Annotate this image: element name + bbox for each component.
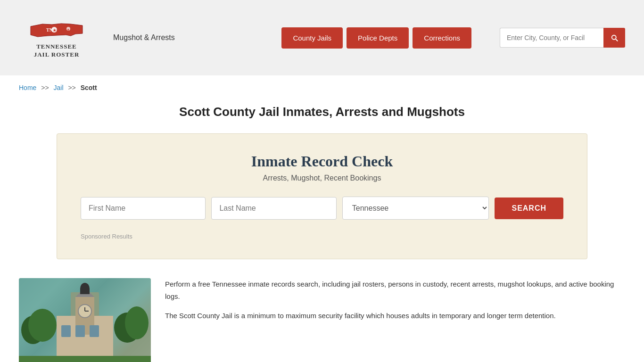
svg-point-10 [125,306,149,339]
mugshot-arrests-link[interactable]: Mugshot & Arrests [113,33,175,42]
logo-text: TENNESSEE JAIL ROSTER [34,43,80,59]
breadcrumb-jail[interactable]: Jail [54,84,64,91]
header-search-button[interactable] [603,28,625,48]
police-depts-button[interactable]: Police Depts [347,27,409,49]
breadcrumb-home[interactable]: Home [19,84,36,91]
svg-text:TN: TN [46,27,53,33]
sponsored-results-label: Sponsored Results [81,233,563,240]
record-check-subtitle: Arrests, Mugshot, Recent Bookings [81,174,563,182]
breadcrumb-sep-2: >> [68,84,75,91]
page-title: Scott County Jail Inmates, Arrests and M… [19,105,625,119]
state-select[interactable]: Tennessee Alabama Alaska Arizona Arkansa… [342,197,489,220]
corrections-button[interactable]: Corrections [413,27,471,49]
tennessee-state-logo: ★★★ TN ★ [28,17,85,43]
site-header: ★★★ TN ★ TENNESSEE JAIL ROSTER Mugshot &… [0,0,644,75]
svg-point-8 [28,309,57,342]
record-check-box: Inmate Record Check Arrests, Mugshot, Re… [57,133,587,259]
breadcrumb: Home >> Jail >> Scott [0,75,644,100]
svg-rect-19 [90,325,99,337]
description-paragraph-2: The Scott County Jail is a minimum to ma… [165,310,625,322]
description-paragraph-1: Perform a free Tennessee inmate records … [165,278,625,302]
main-nav: County Jails Police Depts Corrections [281,27,471,49]
header-search-input[interactable] [500,28,603,48]
first-name-input[interactable] [81,197,206,220]
description-area: Perform a free Tennessee inmate records … [165,278,625,329]
svg-text:★: ★ [67,28,69,31]
header-search-area [500,28,625,48]
breadcrumb-current: Scott [81,84,97,91]
logo-area: ★★★ TN ★ TENNESSEE JAIL ROSTER [19,17,94,59]
record-check-title: Inmate Record Check [81,153,563,170]
last-name-input[interactable] [211,197,336,220]
svg-rect-17 [61,325,71,337]
bottom-content: Perform a free Tennessee inmate records … [0,278,644,362]
jail-image [19,278,151,362]
svg-rect-18 [75,325,85,337]
svg-rect-20 [19,356,151,362]
inmate-search-button[interactable]: SEARCH [495,197,563,219]
inmate-search-form: Tennessee Alabama Alaska Arizona Arkansa… [81,197,563,220]
search-icon [610,33,619,42]
svg-text:★★★: ★★★ [53,28,63,33]
page-title-section: Scott County Jail Inmates, Arrests and M… [0,100,644,133]
breadcrumb-sep-1: >> [41,84,49,91]
county-jails-button[interactable]: County Jails [281,27,343,49]
